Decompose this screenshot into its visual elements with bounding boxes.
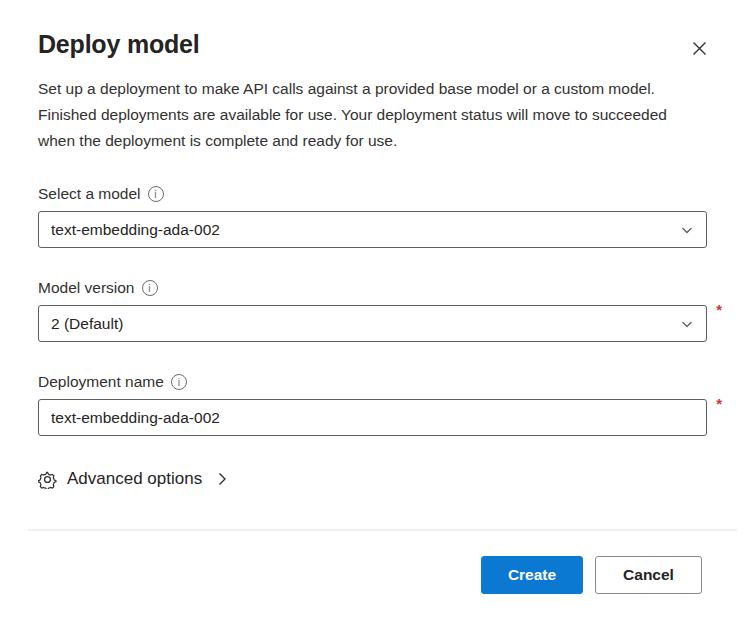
advanced-options-toggle[interactable]: Advanced options bbox=[38, 469, 230, 489]
info-icon[interactable]: i bbox=[142, 280, 158, 296]
dialog-title: Deploy model bbox=[38, 30, 707, 59]
footer-divider bbox=[28, 529, 737, 531]
close-icon bbox=[692, 41, 707, 56]
select-model-value: text-embedding-ada-002 bbox=[51, 221, 220, 239]
form-group-deployment-name: Deployment name i * bbox=[38, 373, 707, 436]
select-model-label: Select a model i bbox=[38, 185, 707, 203]
select-model-field-wrap: text-embedding-ada-002 bbox=[38, 211, 707, 248]
select-model-label-text: Select a model bbox=[38, 185, 141, 203]
chevron-right-icon bbox=[214, 471, 230, 487]
chevron-down-icon bbox=[680, 317, 694, 331]
model-version-field-wrap: 2 (Default) * bbox=[38, 305, 707, 342]
chevron-down-icon bbox=[680, 223, 694, 237]
model-version-label: Model version i bbox=[38, 279, 707, 297]
close-button[interactable] bbox=[685, 34, 713, 62]
dialog-description: Set up a deployment to make API calls ag… bbox=[38, 76, 707, 154]
info-icon[interactable]: i bbox=[171, 374, 187, 390]
dialog-header: Deploy model bbox=[38, 30, 707, 59]
required-marker: * bbox=[716, 396, 722, 411]
deployment-name-field-wrap: * bbox=[38, 399, 707, 436]
info-icon[interactable]: i bbox=[148, 186, 164, 202]
required-marker: * bbox=[716, 302, 722, 317]
deployment-name-input[interactable] bbox=[38, 399, 707, 436]
model-version-combobox[interactable]: 2 (Default) bbox=[38, 305, 707, 342]
create-button[interactable]: Create bbox=[481, 556, 583, 594]
model-version-label-text: Model version bbox=[38, 279, 135, 297]
deployment-name-label-text: Deployment name bbox=[38, 373, 164, 391]
model-version-value: 2 (Default) bbox=[51, 315, 123, 333]
form-group-select-model: Select a model i text-embedding-ada-002 bbox=[38, 185, 707, 248]
deployment-name-label: Deployment name i bbox=[38, 373, 707, 391]
gear-icon bbox=[38, 470, 57, 489]
deploy-model-dialog: Deploy model Set up a deployment to make… bbox=[0, 0, 745, 624]
select-model-combobox[interactable]: text-embedding-ada-002 bbox=[38, 211, 707, 248]
advanced-options-label: Advanced options bbox=[67, 469, 202, 489]
cancel-button[interactable]: Cancel bbox=[595, 556, 702, 594]
form-group-model-version: Model version i 2 (Default) * bbox=[38, 279, 707, 342]
dialog-footer: Create Cancel bbox=[38, 556, 702, 594]
